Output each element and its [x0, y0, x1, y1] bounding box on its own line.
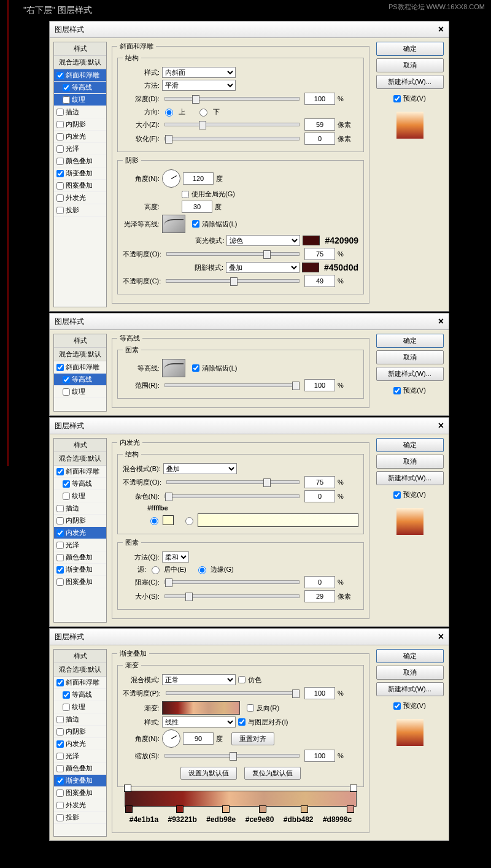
- preview-chk[interactable]: [393, 95, 401, 102]
- cancel-button[interactable]: 取消: [376, 350, 444, 364]
- sopacity-slider[interactable]: [166, 279, 300, 283]
- chk[interactable]: [63, 493, 70, 500]
- ok-button[interactable]: 确定: [376, 438, 444, 452]
- shadow-color-swatch[interactable]: [302, 263, 319, 272]
- preview-chk[interactable]: [393, 387, 401, 394]
- si-texture[interactable]: 纹理: [54, 701, 106, 713]
- highlight-mode-select[interactable]: 滤色: [226, 235, 300, 246]
- si-ishadow[interactable]: 内阴影: [54, 515, 106, 527]
- sidebar-item-bevel[interactable]: 斜面和浮雕: [54, 361, 106, 374]
- chk-satin[interactable]: [56, 145, 64, 153]
- sopacity-input[interactable]: [304, 275, 335, 287]
- chk[interactable]: [56, 789, 64, 797]
- set-default-button[interactable]: 设置为默认值: [180, 767, 237, 780]
- ok-button[interactable]: 确定: [376, 649, 444, 663]
- chk-ishadow[interactable]: [56, 121, 64, 128]
- angle-dial-icon[interactable]: [162, 169, 180, 188]
- chk[interactable]: [56, 529, 64, 537]
- si-iglow[interactable]: 内发光: [54, 738, 106, 750]
- sidebar-header-blend[interactable]: 混合选项:默认: [54, 56, 106, 69]
- ig-choke-slider[interactable]: [164, 580, 300, 584]
- aa-chk[interactable]: [192, 364, 199, 372]
- si-bevel[interactable]: 斜面和浮雕: [54, 466, 106, 478]
- ok-button[interactable]: 确定: [376, 334, 444, 348]
- sh2[interactable]: 混合选项:默认: [54, 348, 106, 361]
- sidebar-item-inner-shadow[interactable]: 内阴影: [54, 118, 106, 131]
- chk-bevel[interactable]: [56, 72, 64, 79]
- color-stop[interactable]: [347, 805, 354, 813]
- ig-tech-select[interactable]: 柔和: [162, 551, 189, 563]
- gradient-picker[interactable]: [162, 701, 240, 715]
- shadow-mode-select[interactable]: 叠加: [226, 262, 300, 273]
- chk-texture[interactable]: [63, 96, 70, 104]
- chk[interactable]: [56, 542, 64, 549]
- hopacity-slider[interactable]: [166, 252, 300, 256]
- chk[interactable]: [56, 505, 64, 512]
- sidebar-item-contour[interactable]: 等高线: [54, 82, 106, 94]
- dither-chk[interactable]: [238, 676, 246, 683]
- preview-chk[interactable]: [393, 702, 401, 710]
- chk[interactable]: [56, 740, 64, 748]
- chk-stroke[interactable]: [56, 109, 64, 116]
- sh1[interactable]: 样式: [54, 650, 106, 663]
- ig-opacity-input[interactable]: [304, 476, 335, 488]
- si-goverlay[interactable]: 渐变叠加: [54, 564, 106, 576]
- gradient-editor-bar[interactable]: [125, 791, 357, 807]
- sidebar-item-gradient-overlay[interactable]: 渐变叠加: [54, 167, 106, 180]
- sidebar-item-contour[interactable]: 等高线: [54, 374, 106, 386]
- range-input[interactable]: [304, 379, 335, 391]
- chk[interactable]: [56, 753, 64, 760]
- preview-chk[interactable]: [393, 491, 401, 499]
- chk[interactable]: [63, 388, 70, 396]
- sidebar-item-color-overlay[interactable]: 颜色叠加: [54, 155, 106, 167]
- si-poverlay[interactable]: 图案叠加: [54, 787, 106, 799]
- chk[interactable]: [63, 376, 70, 383]
- new-style-button[interactable]: 新建样式(W)...: [376, 367, 444, 381]
- global-light-chk[interactable]: [182, 191, 189, 198]
- si-coverlay[interactable]: 颜色叠加: [54, 762, 106, 775]
- contour-picker[interactable]: [162, 359, 185, 377]
- cancel-button[interactable]: 取消: [376, 455, 444, 469]
- ig-size-slider[interactable]: [164, 594, 300, 598]
- si-contour[interactable]: 等高线: [54, 689, 106, 701]
- glow-color-radio[interactable]: [150, 517, 158, 525]
- g-angle-input[interactable]: [183, 732, 214, 745]
- si-iglow[interactable]: 内发光: [54, 527, 106, 539]
- size-input[interactable]: [304, 118, 335, 131]
- chk[interactable]: [56, 802, 64, 809]
- source-center-radio[interactable]: [152, 566, 160, 574]
- color-stop[interactable]: [259, 805, 266, 813]
- chk[interactable]: [56, 468, 64, 475]
- sidebar-item-texture[interactable]: 纹理: [54, 94, 106, 106]
- source-edge-radio[interactable]: [198, 566, 206, 574]
- angle-input[interactable]: [183, 172, 214, 185]
- si-oglow[interactable]: 外发光: [54, 799, 106, 812]
- g-style-select[interactable]: 线性: [162, 716, 236, 728]
- sidebar-item-inner-glow[interactable]: 内发光: [54, 131, 106, 143]
- style-select[interactable]: 内斜面: [162, 67, 236, 78]
- g-blend-select[interactable]: 正常: [162, 674, 236, 685]
- si-goverlay[interactable]: 渐变叠加: [54, 775, 106, 787]
- sidebar-item-drop-shadow[interactable]: 投影: [54, 204, 106, 217]
- chk[interactable]: [56, 679, 64, 686]
- chk-coverlay[interactable]: [56, 158, 64, 165]
- g-opacity-slider[interactable]: [166, 691, 300, 695]
- glow-gradient-bar[interactable]: [198, 513, 358, 527]
- si-satin[interactable]: 光泽: [54, 750, 106, 762]
- si-stroke[interactable]: 描边: [54, 502, 106, 515]
- chk[interactable]: [63, 704, 70, 711]
- ig-noise-input[interactable]: [304, 490, 335, 502]
- g-scale-slider[interactable]: [164, 754, 300, 758]
- si-poverlay[interactable]: 图案叠加: [54, 576, 106, 588]
- ig-size-input[interactable]: [304, 590, 335, 602]
- g-scale-input[interactable]: [304, 750, 335, 762]
- new-style-button[interactable]: 新建样式(W)...: [376, 75, 444, 89]
- align-chk[interactable]: [238, 718, 246, 726]
- hopacity-input[interactable]: [304, 248, 335, 260]
- si-bevel[interactable]: 斜面和浮雕: [54, 677, 106, 689]
- ig-blend-select[interactable]: 叠加: [163, 463, 237, 474]
- ig-noise-slider[interactable]: [164, 494, 300, 498]
- ok-button[interactable]: 确定: [376, 42, 444, 56]
- new-style-button[interactable]: 新建样式(W)...: [376, 471, 444, 485]
- dir-down-radio[interactable]: [199, 109, 207, 117]
